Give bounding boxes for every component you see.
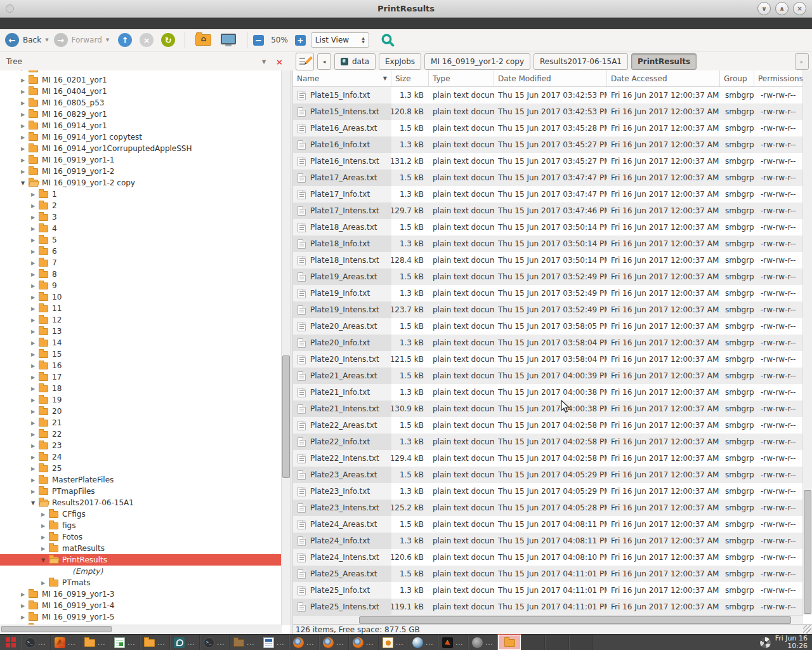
expander-icon[interactable]: ▶ (19, 614, 27, 620)
tree-horizontal-scrollbar[interactable] (0, 625, 282, 633)
tree-item[interactable]: (Empty) (0, 566, 282, 577)
breadcrumb-segment[interactable]: data (334, 53, 376, 70)
expander-icon[interactable]: ▶ (19, 135, 27, 140)
tree-item[interactable]: ▶ 4 (0, 223, 282, 234)
tree-item[interactable]: ▶ 19 (0, 394, 282, 406)
expander-icon[interactable]: ▶ (29, 397, 37, 403)
column-header[interactable]: Type (429, 70, 494, 86)
tree-item[interactable]: ▶ 23 (0, 440, 282, 451)
expander-icon[interactable]: ▶ (19, 123, 27, 129)
back-button[interactable]: Back (23, 36, 41, 44)
expander-icon[interactable]: ▶ (29, 352, 37, 357)
stop-button[interactable]: × (140, 33, 154, 47)
forward-history-dropdown[interactable]: ▼ (106, 37, 109, 43)
expander-icon[interactable]: ▶ (29, 340, 37, 346)
sidebar-close-icon[interactable]: × (276, 57, 283, 67)
expander-icon[interactable]: ▶ (29, 477, 37, 483)
forward-button[interactable]: Forward (72, 36, 102, 44)
file-row[interactable]: Plate22_Info.txt 1.3 kB plain text docum… (293, 434, 803, 450)
maximize-button[interactable]: ∧ (775, 2, 789, 15)
tree-item[interactable]: ▶ 5 (0, 234, 282, 246)
file-row[interactable]: Plate25_Intens.txt 119.1 kB plain text d… (293, 599, 803, 615)
minimize-button[interactable]: ∨ (757, 2, 771, 15)
back-history-dropdown[interactable]: ▼ (45, 37, 48, 43)
tree-item[interactable]: ▶ figs (0, 520, 282, 531)
expander-icon[interactable]: ▶ (19, 77, 27, 83)
taskbar-window-button[interactable]: ... (200, 635, 230, 650)
file-row[interactable]: Plate17_Intens.txt 129.7 kB plain text d… (293, 202, 803, 219)
resize-grip[interactable] (803, 625, 811, 633)
file-row[interactable]: Plate18_Intens.txt 128.4 kB plain text d… (293, 252, 803, 269)
tree-item[interactable]: ▶ 13 (0, 326, 282, 337)
column-header[interactable]: Size (391, 70, 429, 86)
taskbar-window-button[interactable]: ... (289, 635, 319, 650)
computer-button[interactable] (221, 34, 236, 44)
tree-item[interactable]: ▶ MI 16_0919_yor1-2 (0, 166, 282, 177)
tree-item[interactable]: ▶ 6 (0, 246, 282, 257)
tree-item[interactable]: ▶ 16 (0, 360, 282, 371)
file-row[interactable]: Plate17_Info.txt 1.3 kB plain text docum… (293, 186, 803, 202)
expander-icon[interactable]: ▶ (29, 420, 37, 426)
taskbar-window-button[interactable]: ... (51, 635, 81, 650)
expander-icon[interactable]: ▶ (29, 454, 37, 460)
expander-icon[interactable]: ▶ (19, 169, 27, 175)
column-header[interactable]: Date Accessed (607, 70, 720, 86)
expander-icon[interactable]: ▼ (19, 180, 27, 186)
tree-item[interactable]: ▶ CFfigs (0, 508, 282, 520)
tree-item[interactable]: ▶ PTmats (0, 577, 282, 588)
tree-item[interactable]: ▶ MI 16_0914_yor1 copytest (0, 131, 282, 143)
tree-item[interactable]: ▶ 1 (0, 189, 282, 200)
tree-vertical-scrollbar[interactable] (281, 70, 291, 625)
file-row[interactable]: Plate24_Info.txt 1.3 kB plain text docum… (293, 533, 803, 549)
expander-icon[interactable]: ▶ (29, 203, 37, 209)
tree-item[interactable]: ▶ 20 (0, 406, 282, 417)
zoom-in-button[interactable]: + (295, 35, 306, 46)
tree-item[interactable]: ▶ MI 16_0919_yor1-5 (0, 611, 282, 623)
expander-icon[interactable]: ▶ (29, 283, 37, 289)
file-row[interactable]: Plate22_Areas.txt 1.5 kB plain text docu… (293, 417, 803, 434)
tree-item[interactable]: ▶ MI 16_0829_yor1 (0, 109, 282, 120)
tree-item[interactable]: ▶ 24 (0, 451, 282, 463)
scrollbar-thumb[interactable] (804, 490, 811, 614)
home-button[interactable]: ⌂ (195, 34, 211, 46)
expander-icon[interactable]: ▶ (19, 146, 27, 152)
expander-icon[interactable]: ▶ (19, 70, 27, 72)
app-launcher-button[interactable] (0, 635, 21, 650)
file-row[interactable]: Plate16_Areas.txt 1.5 kB plain text docu… (293, 120, 803, 136)
expander-icon[interactable]: ▶ (29, 260, 37, 266)
tree-item[interactable]: ▶ 10 (0, 291, 282, 303)
expander-icon[interactable]: ▶ (19, 157, 27, 163)
expander-icon[interactable]: ▶ (29, 489, 37, 494)
taskbar-window-button[interactable]: ... (81, 635, 110, 650)
forward-icon[interactable]: → (54, 33, 68, 47)
file-row[interactable]: Plate21_Intens.txt 130.9 kB plain text d… (293, 401, 803, 417)
file-row[interactable]: Plate21_Areas.txt 1.5 kB plain text docu… (293, 368, 803, 384)
file-row[interactable]: Plate25_Areas.txt 1.5 kB plain text docu… (293, 566, 803, 582)
taskbar-window-button[interactable]: ... (230, 635, 259, 650)
expander-icon[interactable]: ▶ (19, 603, 27, 609)
tree-item[interactable]: ▶ 2 (0, 200, 282, 211)
file-row[interactable]: Plate15_Info.txt 1.3 kB plain text docum… (293, 87, 803, 103)
file-row[interactable]: Plate16_Info.txt 1.3 kB plain text docum… (293, 136, 803, 153)
tree-item[interactable]: ▶ 17 (0, 371, 282, 383)
tree-item[interactable]: ▼ Results2017-06-15A1 (0, 497, 282, 508)
tree-item[interactable]: ▶ MI 16_0404_yor1 (0, 86, 282, 97)
tree-item[interactable]: ▶ MI 16_0919_yor1-3 (0, 588, 282, 600)
tree-item[interactable]: ▶ MI 16_0914_yor1CorrupuptedAppleSSH (0, 143, 282, 154)
taskbar-window-button[interactable]: ... (379, 635, 409, 650)
tree-item[interactable]: ▶ 9 (0, 280, 282, 291)
tree-item[interactable]: ▶ matResults (0, 543, 282, 554)
expander-icon[interactable]: ▶ (29, 306, 37, 312)
expander-icon[interactable]: ▶ (29, 443, 37, 449)
taskbar-window-button[interactable]: ... (319, 635, 349, 650)
column-header[interactable]: Date Modified (494, 70, 607, 86)
expander-icon[interactable]: ▶ (29, 215, 37, 220)
file-row[interactable]: Plate23_Intens.txt 125.2 kB plain text d… (293, 500, 803, 516)
taskbar-window-button[interactable]: ... (110, 635, 140, 650)
expander-icon[interactable]: ▶ (29, 409, 37, 415)
zoom-out-button[interactable]: − (253, 35, 264, 46)
view-mode-select[interactable]: List View ▲▼ (311, 32, 369, 48)
expander-icon[interactable]: ▶ (29, 226, 37, 232)
tree-item[interactable]: ▶ 25 (0, 463, 282, 474)
tree-item[interactable]: ▼ PrintResults (0, 554, 282, 566)
